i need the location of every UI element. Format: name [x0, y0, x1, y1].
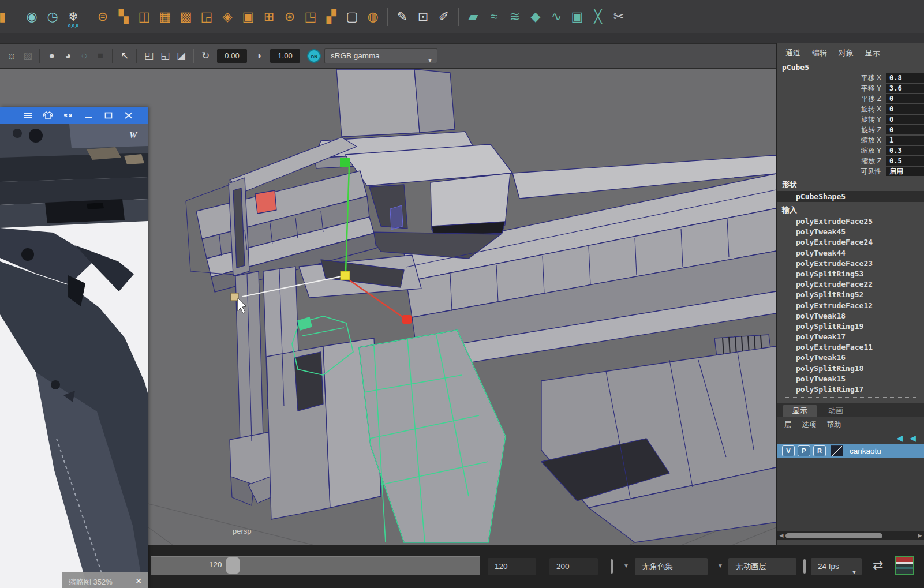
- attribute-value-input[interactable]: 0.8: [886, 73, 924, 83]
- input-node-item[interactable]: polyExtrudeFace22: [777, 279, 924, 290]
- animation-preferences-icon[interactable]: [895, 556, 914, 575]
- textured-mode-icon[interactable]: ▨: [20, 48, 36, 64]
- specular-mode-icon[interactable]: ◕: [60, 48, 76, 64]
- lighting-icon[interactable]: ☼: [3, 48, 20, 64]
- copy-buffer-icon[interactable]: ◰: [141, 48, 157, 64]
- separate-icon[interactable]: ▚: [113, 6, 134, 27]
- reduce-icon[interactable]: ▩: [175, 6, 196, 27]
- attribute-value-input[interactable]: 0.5: [886, 156, 924, 166]
- clipped-tool-icon[interactable]: ▮: [0, 6, 13, 27]
- zero-transforms-icon[interactable]: ❄0,0,0: [63, 6, 84, 27]
- quadrangulate-icon[interactable]: ▣: [238, 6, 259, 27]
- manipulator-y-handle[interactable]: [340, 158, 350, 167]
- input-node-item[interactable]: polySplitRing53: [777, 269, 924, 279]
- curve-warp-icon[interactable]: ∿: [546, 6, 567, 27]
- wireframe-on-shaded-icon[interactable]: ◌: [76, 48, 92, 64]
- playback-speed-handle[interactable]: [803, 559, 806, 574]
- input-node-item[interactable]: polyTweak14: [777, 395, 924, 396]
- input-node-item[interactable]: polyTweak15: [777, 374, 924, 384]
- chevron-down-icon[interactable]: ▼: [717, 563, 723, 569]
- reference-window-titlebar[interactable]: [0, 107, 148, 124]
- range-end-input[interactable]: 200: [549, 558, 598, 575]
- attribute-value-input[interactable]: 0: [886, 125, 924, 134]
- input-node-item[interactable]: polyExtrudeFace23: [777, 259, 924, 269]
- fps-dropdown[interactable]: 24 fps ▼: [811, 558, 862, 575]
- mirror-geometry-icon[interactable]: ◫: [134, 6, 155, 27]
- shaded-mode-icon[interactable]: ●: [44, 48, 60, 64]
- menu-icon[interactable]: [22, 110, 33, 121]
- background-swatch-icon[interactable]: ■: [92, 48, 109, 64]
- paste-buffer-icon[interactable]: ◱: [157, 48, 173, 64]
- close-icon[interactable]: [123, 110, 134, 121]
- move-layer-down-icon[interactable]: ◀: [910, 433, 916, 443]
- scrollbar-thumb[interactable]: [785, 533, 882, 538]
- popup-close-icon[interactable]: ✕: [135, 576, 142, 586]
- triangulate-icon[interactable]: ◈: [217, 6, 238, 27]
- view-transform-dropdown[interactable]: sRGB gamma ▼: [324, 48, 437, 63]
- scroll-right-icon[interactable]: ▶: [916, 533, 924, 538]
- append-to-polygon-icon[interactable]: ⊞: [259, 6, 279, 27]
- anim-layer-field[interactable]: 无动画层: [728, 558, 796, 575]
- layer-color-swatch[interactable]: [831, 445, 843, 456]
- attribute-value-input[interactable]: 3.6: [886, 84, 924, 93]
- input-node-item[interactable]: polyExtrudeFace12: [777, 301, 924, 311]
- input-node-item[interactable]: polySplitRing19: [777, 321, 924, 332]
- input-node-item[interactable]: polyTweak17: [777, 332, 924, 342]
- layer-menu-层[interactable]: 层: [784, 420, 792, 430]
- layer-tab-显示[interactable]: 显示: [783, 405, 817, 417]
- channel-box-menu-编辑[interactable]: 编辑: [812, 48, 827, 58]
- style-icon[interactable]: [42, 110, 54, 121]
- move-layer-up-icon[interactable]: ◀: [896, 433, 903, 443]
- manipulator-plane-handle[interactable]: [390, 205, 403, 230]
- relax-surface-icon[interactable]: ≋: [504, 6, 525, 27]
- layer-toggle-V[interactable]: V: [782, 445, 795, 456]
- exposure-input[interactable]: 0.00: [217, 49, 247, 63]
- scroll-left-icon[interactable]: ◀: [777, 533, 785, 538]
- duplicate-face-icon[interactable]: ▞: [321, 6, 342, 27]
- wrap-sphere-icon[interactable]: ◍: [362, 6, 383, 27]
- shape-node-item[interactable]: pCubeShape5: [777, 191, 924, 202]
- attribute-value-input[interactable]: 0.3: [886, 146, 924, 155]
- sculpt-plane-icon[interactable]: ▰: [463, 6, 484, 27]
- horizontal-scrollbar[interactable]: ◀ ▶: [777, 531, 924, 540]
- soft-modification-tool-icon[interactable]: ◉: [21, 6, 42, 27]
- channel-box-menu-通道[interactable]: 通道: [785, 48, 800, 58]
- input-node-item[interactable]: polySplitRing17: [777, 384, 924, 395]
- attribute-value-input[interactable]: 1: [886, 136, 924, 145]
- selected-object-name[interactable]: pCube5: [777, 61, 924, 73]
- character-set-field[interactable]: 无角色集: [635, 558, 708, 575]
- layer-menu-选项[interactable]: 选项: [802, 420, 817, 430]
- view-transform-toggle[interactable]: ON: [307, 49, 321, 63]
- layer-toggle-R[interactable]: R: [813, 445, 826, 456]
- edit-edge-flow-icon[interactable]: ⊡: [413, 6, 433, 27]
- attribute-value-input[interactable]: 启用: [886, 167, 924, 176]
- select-tool-icon[interactable]: ↖: [117, 48, 133, 64]
- gamma-input[interactable]: 1.00: [270, 49, 300, 63]
- isolate-select-icon[interactable]: ◪: [173, 48, 189, 64]
- sculpt-cube-icon[interactable]: ◆: [525, 6, 546, 27]
- input-node-item[interactable]: polyExtrudeFace25: [777, 216, 924, 227]
- attribute-value-input[interactable]: 0: [886, 94, 924, 103]
- uv-window-icon[interactable]: ▣: [567, 6, 588, 27]
- smooth-surface-icon[interactable]: ≈: [484, 6, 504, 27]
- manipulator-z-handle[interactable]: [402, 315, 412, 324]
- input-node-item[interactable]: polySplitRing18: [777, 364, 924, 374]
- layer-menu-帮助[interactable]: 帮助: [827, 420, 841, 430]
- circularize-icon[interactable]: ⊛: [279, 6, 300, 27]
- range-slider-handle[interactable]: [611, 559, 613, 574]
- insert-edge-loop-icon[interactable]: ✐: [433, 6, 454, 27]
- maximize-icon[interactable]: [103, 110, 114, 121]
- knife-tool-icon[interactable]: ✂: [608, 6, 629, 27]
- input-node-item[interactable]: polyExtrudeFace11: [777, 342, 924, 353]
- time-slider[interactable]: 120: [151, 556, 480, 575]
- animation-snapshot-icon[interactable]: ◷: [42, 6, 63, 27]
- fill-hole-icon[interactable]: ▦: [155, 6, 175, 27]
- range-start-input[interactable]: 120: [488, 558, 536, 575]
- manipulator-center-handle[interactable]: [341, 271, 350, 280]
- combine-icon[interactable]: ⊜: [92, 6, 113, 27]
- attribute-value-input[interactable]: 0: [886, 115, 924, 124]
- layer-tab-动画[interactable]: 动画: [819, 405, 852, 417]
- input-node-item[interactable]: polyTweak16: [777, 353, 924, 363]
- input-node-item[interactable]: polyTweak45: [777, 227, 924, 237]
- chevron-down-icon[interactable]: ▼: [623, 563, 629, 569]
